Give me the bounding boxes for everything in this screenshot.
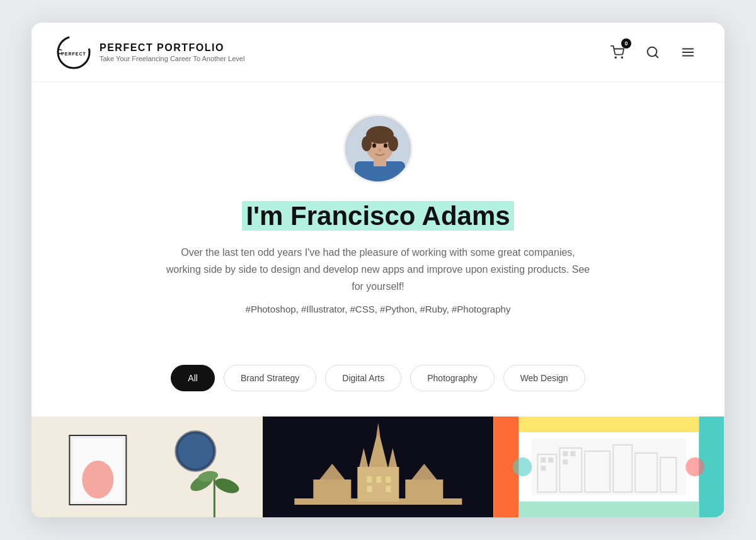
hero-section: I'm Francisco Adams Over the last ten od… (32, 83, 724, 359)
logo-text-block: PERFECT PORTFOLIO Take Your Freelancing … (100, 42, 244, 62)
hero-title: I'm Francisco Adams (242, 201, 513, 231)
svg-rect-39 (313, 480, 351, 502)
svg-rect-65 (563, 459, 568, 464)
logo-icon: PERFECT C (57, 35, 91, 69)
svg-rect-61 (549, 457, 554, 462)
menu-button[interactable] (677, 41, 699, 64)
svg-rect-45 (386, 476, 391, 483)
svg-rect-52 (519, 502, 699, 517)
search-icon (646, 45, 660, 59)
header-icons: 0 (606, 41, 699, 64)
svg-point-17 (388, 136, 398, 151)
svg-rect-53 (532, 439, 687, 495)
svg-rect-63 (563, 451, 568, 456)
filter-digital-arts[interactable]: Digital Arts (325, 365, 401, 391)
svg-point-66 (686, 457, 705, 476)
svg-line-6 (655, 55, 658, 57)
hero-title-text: I'm Francisco Adams (242, 201, 513, 231)
svg-point-18 (372, 143, 376, 147)
filter-web-design[interactable]: Web Design (503, 365, 585, 391)
brand-subtitle: Take Your Freelancing Career To Another … (100, 55, 244, 62)
svg-rect-46 (367, 486, 372, 492)
svg-rect-47 (386, 486, 391, 492)
svg-point-16 (362, 136, 372, 151)
svg-rect-43 (367, 476, 372, 483)
svg-rect-41 (405, 480, 443, 502)
logo-area: PERFECT C PERFECT PORTFOLIO Take Your Fr… (57, 35, 244, 69)
avatar (343, 114, 413, 183)
portfolio-item-2[interactable] (263, 416, 494, 517)
menu-icon (681, 45, 695, 59)
portfolio-grid (32, 416, 724, 517)
svg-point-4 (621, 57, 622, 58)
svg-point-26 (82, 461, 113, 498)
svg-rect-62 (541, 466, 546, 471)
search-button[interactable] (641, 41, 664, 64)
avatar-svg (345, 116, 413, 183)
filter-all[interactable]: All (171, 365, 215, 391)
svg-point-23 (178, 434, 213, 469)
portfolio-image-1 (32, 416, 263, 517)
portfolio-item-3[interactable] (493, 416, 724, 517)
svg-rect-34 (357, 467, 399, 502)
hero-title-wrapper: I'm Francisco Adams (57, 201, 699, 244)
svg-text:PERFECT: PERFECT (61, 52, 86, 56)
main-window: PERFECT C PERFECT PORTFOLIO Take Your Fr… (32, 23, 724, 518)
avatar-container (57, 114, 699, 183)
portfolio-image-2 (263, 416, 494, 517)
filter-section: All Brand Strategy Digital Arts Photogra… (32, 359, 724, 416)
cart-icon (610, 45, 624, 59)
svg-point-20 (379, 148, 381, 151)
svg-rect-60 (541, 457, 546, 462)
hero-tags: #Photoshop, #Illustrator, #CSS, #Python,… (57, 304, 699, 314)
portfolio-item-1[interactable] (32, 416, 263, 517)
filter-photography[interactable]: Photography (410, 365, 494, 391)
svg-rect-21 (32, 416, 262, 517)
svg-rect-44 (376, 476, 381, 483)
hero-description: Over the last ten odd years I've had the… (164, 244, 592, 296)
svg-point-67 (513, 457, 532, 476)
brand-title: PERFECT PORTFOLIO (100, 42, 244, 54)
header: PERFECT C PERFECT PORTFOLIO Take Your Fr… (32, 23, 724, 83)
svg-point-19 (384, 143, 387, 147)
cart-button[interactable]: 0 (606, 41, 629, 64)
svg-point-3 (615, 57, 616, 58)
svg-rect-51 (519, 416, 699, 432)
cart-badge: 0 (621, 38, 631, 49)
svg-text:C: C (57, 48, 62, 55)
portfolio-image-3 (493, 416, 724, 517)
filter-brand-strategy[interactable]: Brand Strategy (224, 365, 316, 391)
svg-rect-64 (571, 451, 576, 456)
